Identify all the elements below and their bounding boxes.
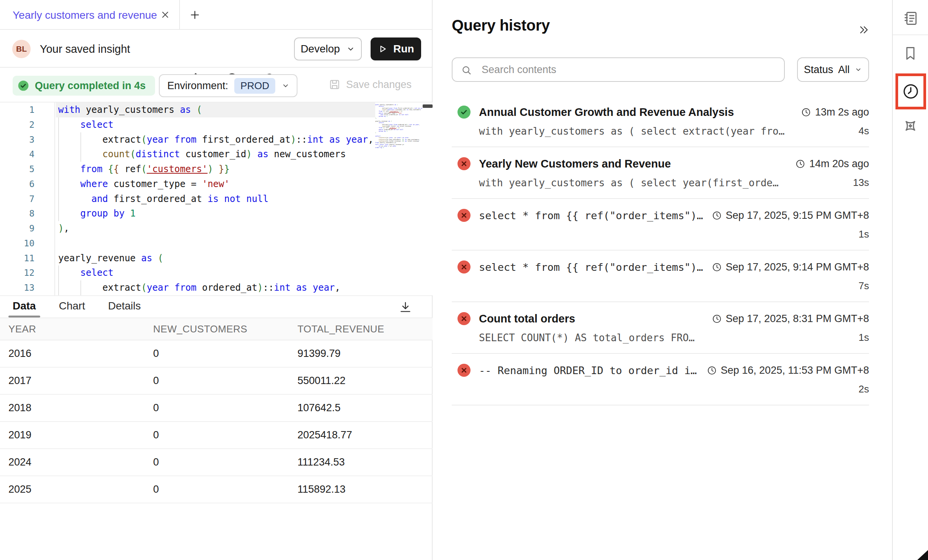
avatar: BL	[12, 40, 31, 58]
history-item-title: Annual Customer Growth and Revenue Analy…	[479, 106, 792, 119]
table-cell: 111234.53	[297, 456, 433, 468]
history-item[interactable]: -- Renaming ORDER_ID to order_id i…Sep 1…	[452, 354, 869, 405]
environment-selector[interactable]: Environment: PROD	[159, 74, 297, 97]
save-changes-button[interactable]: Save changes	[328, 78, 412, 91]
table-cell: 0	[153, 402, 297, 414]
code-line	[56, 236, 375, 251]
search-input[interactable]	[453, 58, 784, 81]
run-button[interactable]: Run	[371, 37, 421, 60]
line-number-gutter: 12345678910111213	[0, 103, 55, 295]
history-item-title: select * from {{ ref("order_items")…	[479, 261, 703, 273]
query-toolbar: Query completed in 4s Environment: PROD …	[0, 68, 432, 103]
history-item[interactable]: select * from {{ ref("order_items")…Sep …	[452, 251, 869, 302]
code-area[interactable]: with yearly_customers as ( select extrac…	[56, 103, 375, 295]
line-number: 7	[0, 192, 54, 207]
scrollbar-thumb[interactable]	[423, 104, 433, 108]
history-item[interactable]: Annual Customer Growth and Revenue Analy…	[452, 96, 869, 147]
results-table: YEARNEW_CUSTOMERSTOTAL_REVENUE2016091399…	[0, 317, 433, 503]
right-icon-rail	[892, 0, 928, 560]
results-tab-bar: DataChartDetails	[0, 295, 432, 317]
table-cell: 2019	[8, 429, 153, 441]
history-item-title: Yearly New Customers and Revenue	[479, 158, 787, 170]
history-filter-row: Status All	[452, 57, 869, 82]
table-row[interactable]: 20180107642.5	[0, 395, 433, 422]
history-search[interactable]	[452, 57, 785, 82]
table-row[interactable]: 201902025418.77	[0, 422, 433, 449]
history-item[interactable]: Yearly New Customers and Revenue14m 20s …	[452, 147, 869, 199]
line-number: 11	[0, 251, 54, 266]
chevron-down-icon	[281, 81, 290, 90]
minimap[interactable]: with yearly_customers as ( select extrac…	[375, 103, 422, 295]
new-tab-button[interactable]	[189, 9, 201, 21]
line-number: 3	[0, 132, 54, 147]
table-cell: 2017	[8, 375, 153, 387]
error-status-icon	[457, 364, 471, 377]
develop-dropdown[interactable]: Develop	[294, 37, 362, 60]
success-check-icon	[17, 80, 29, 92]
success-status-icon	[457, 106, 471, 119]
editor-panel: Yearly customers and revenue BL Your sav…	[0, 0, 433, 560]
table-header-cell[interactable]: NEW_CUSTOMERS	[153, 323, 297, 335]
history-timestamp: Sep 16, 2025, 11:53 PM GMT+8	[707, 365, 869, 376]
explore-icon[interactable]	[902, 117, 919, 135]
line-number: 12	[0, 265, 54, 280]
tab-chart[interactable]: Chart	[55, 296, 89, 317]
sql-editor[interactable]: 12345678910111213 with yearly_customers …	[0, 103, 433, 295]
status-filter-value: All	[838, 64, 850, 76]
collapse-panel-icon[interactable]	[858, 24, 870, 36]
code-line: where customer_type = 'new'	[56, 177, 375, 192]
history-item[interactable]: select * from {{ ref("order_items")…Sep …	[452, 199, 869, 251]
code-line: ),	[56, 221, 375, 236]
query-status-badge: Query completed in 4s	[13, 76, 155, 96]
history-item-title: select * from {{ ref("order_items")…	[479, 210, 703, 221]
close-tab-icon[interactable]	[160, 10, 170, 20]
line-number: 6	[0, 177, 54, 192]
history-duration: 7s	[859, 280, 869, 292]
code-line: with yearly_customers as (	[56, 103, 375, 117]
code-line: select	[56, 265, 375, 280]
line-number: 8	[0, 206, 54, 221]
status-filter-label: Status	[804, 64, 833, 76]
table-cell: 2018	[8, 402, 153, 414]
line-number: 4	[0, 147, 54, 162]
run-label: Run	[393, 43, 414, 55]
environment-label: Environment:	[167, 80, 228, 92]
history-timestamp: Sep 17, 2025, 8:31 PM GMT+8	[712, 313, 869, 325]
download-icon[interactable]	[399, 301, 412, 314]
table-cell: 0	[153, 348, 297, 360]
save-icon	[328, 78, 341, 91]
table-row[interactable]: 2016091399.79	[0, 340, 433, 368]
status-filter-dropdown[interactable]: Status All	[797, 57, 869, 82]
error-status-icon	[457, 312, 471, 325]
tab-data[interactable]: Data	[8, 296, 40, 317]
code-line: yearly_revenue as (	[56, 251, 375, 266]
table-cell: 0	[153, 375, 297, 387]
insight-header: BL Your saved insight Develop	[0, 30, 432, 68]
tab-yearly-customers[interactable]: Yearly customers and revenue	[13, 9, 157, 21]
table-row[interactable]: 20170550011.22	[0, 368, 433, 395]
editor-scrollbar[interactable]	[422, 103, 433, 295]
tab-details[interactable]: Details	[104, 296, 145, 317]
history-rail-active-indicator[interactable]	[895, 73, 926, 109]
code-line: from {{ ref('customers') }}	[56, 162, 375, 177]
history-duration: 13s	[853, 177, 869, 189]
history-duration: 4s	[859, 125, 869, 137]
table-header-cell[interactable]: TOTAL_REVENUE	[297, 323, 433, 335]
code-line: group by 1	[56, 206, 375, 221]
history-sql-preview: SELECT COUNT(*) AS total_orders FRO…	[479, 332, 695, 343]
bookmark-icon[interactable]	[902, 45, 919, 62]
history-item[interactable]: Count total ordersSep 17, 2025, 8:31 PM …	[452, 302, 869, 354]
clock-icon	[712, 314, 722, 324]
table-cell: 2025418.77	[297, 429, 433, 441]
error-status-icon	[457, 209, 471, 222]
table-row[interactable]: 20250115892.13	[0, 476, 433, 503]
history-sql-preview: with yearly_customers as ( select extrac…	[479, 125, 784, 137]
table-row[interactable]: 20240111234.53	[0, 449, 433, 476]
table-header-cell[interactable]: YEAR	[8, 323, 153, 335]
history-timestamp: Sep 17, 2025, 9:14 PM GMT+8	[712, 261, 869, 273]
table-cell: 0	[153, 429, 297, 441]
notebook-icon[interactable]	[902, 10, 919, 27]
code-line: and first_ordered_at is not null	[56, 192, 375, 207]
table-cell: 550011.22	[297, 375, 433, 387]
clock-icon	[712, 262, 722, 272]
